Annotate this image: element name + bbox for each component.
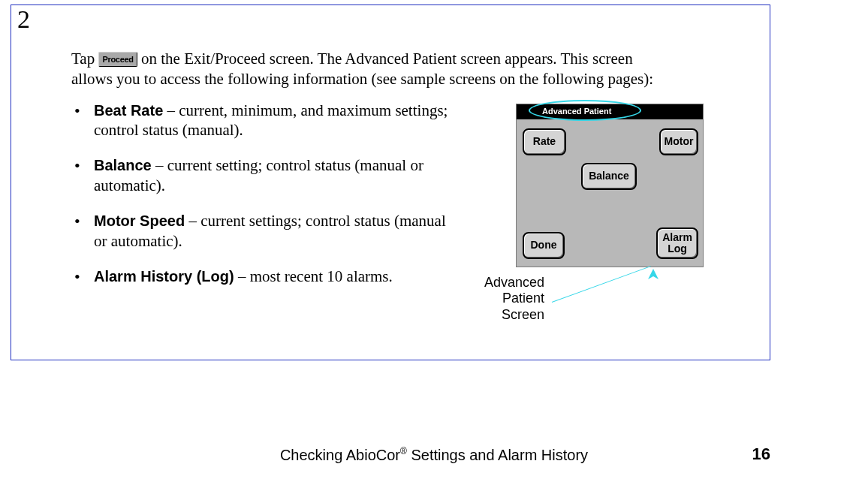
page-number: 16 <box>752 444 770 464</box>
intro-text-1: Tap <box>71 50 98 68</box>
bullet-list-container: Beat Rate – current, minimum, and maximu… <box>71 101 477 302</box>
footer-title-before: Checking AbioCor <box>280 447 400 463</box>
list-item: Motor Speed – current settings; control … <box>71 211 462 252</box>
intro-text-2: on the Exit/Proceed screen. The Advanced… <box>71 50 653 88</box>
step-box: 2 Tap Proceed on the Exit/Proceed screen… <box>11 5 770 360</box>
bullet-title: Alarm History (Log) <box>94 268 234 285</box>
registered-mark: ® <box>400 446 407 456</box>
bullet-list: Beat Rate – current, minimum, and maximu… <box>71 101 462 287</box>
figure-caption: Advanced Patient Screen <box>469 275 544 324</box>
bullet-desc: – most recent 10 alarms. <box>234 267 393 285</box>
device-screenshot: Advanced Patient Rate Motor Balance Done… <box>516 104 704 267</box>
done-button[interactable]: Done <box>523 232 565 259</box>
figure-area: Advanced Patient Rate Motor Balance Done… <box>477 101 710 302</box>
columns: Beat Rate – current, minimum, and maximu… <box>71 101 755 302</box>
motor-button[interactable]: Motor <box>659 128 698 155</box>
footer-title-after: Settings and Alarm History <box>407 447 588 463</box>
svg-marker-0 <box>648 269 659 279</box>
step-number: 2 <box>17 5 30 34</box>
arrowhead-icon <box>648 265 659 284</box>
highlight-ellipse <box>529 100 641 121</box>
footer-title: Checking AbioCor® Settings and Alarm His… <box>280 446 588 464</box>
bullet-title: Motor Speed <box>94 212 185 229</box>
step-content: Tap Proceed on the Exit/Proceed screen. … <box>71 49 755 302</box>
bullet-title: Balance <box>94 157 152 173</box>
proceed-button[interactable]: Proceed <box>98 52 137 67</box>
list-item: Beat Rate – current, minimum, and maximu… <box>71 101 462 141</box>
list-item: Balance – current setting; control statu… <box>71 155 462 196</box>
alarm-log-button[interactable]: Alarm Log <box>656 227 698 259</box>
balance-button[interactable]: Balance <box>581 163 637 190</box>
callout-line <box>552 266 651 303</box>
bullet-title: Beat Rate <box>94 102 163 119</box>
rate-button[interactable]: Rate <box>523 128 566 155</box>
intro-paragraph: Tap Proceed on the Exit/Proceed screen. … <box>71 49 665 90</box>
page-footer: Checking AbioCor® Settings and Alarm His… <box>0 444 868 465</box>
list-item: Alarm History (Log) – most recent 10 ala… <box>71 267 462 287</box>
